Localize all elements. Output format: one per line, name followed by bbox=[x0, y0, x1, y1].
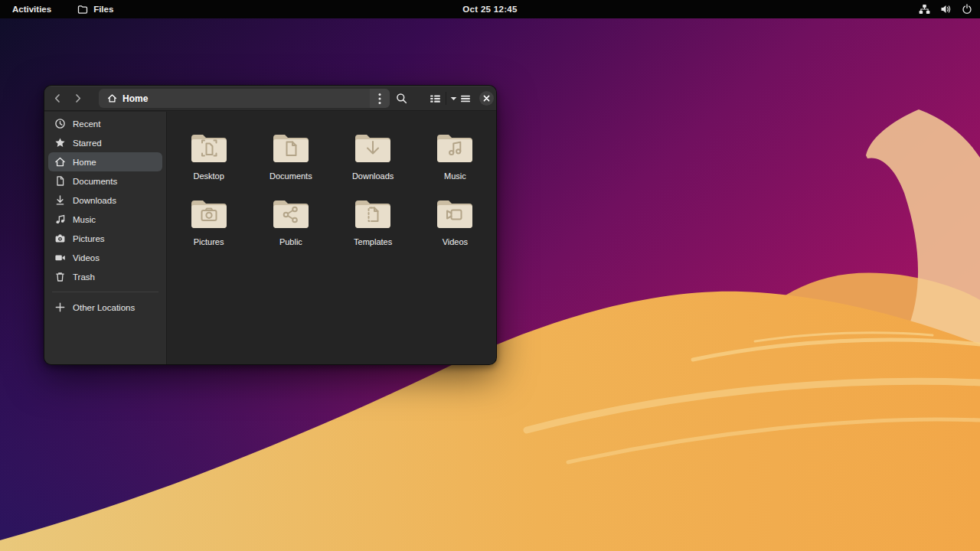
music-icon bbox=[54, 214, 66, 225]
folder-icon bbox=[273, 198, 309, 229]
folder-icon bbox=[436, 198, 473, 229]
power-icon bbox=[962, 4, 972, 15]
folder-item-pictures[interactable]: Pictures bbox=[171, 198, 247, 246]
chevron-right-icon bbox=[72, 93, 83, 104]
files-window: Home bbox=[44, 85, 497, 365]
forward-button[interactable] bbox=[67, 89, 87, 108]
sidebar-item-pictures[interactable]: Pictures bbox=[48, 229, 162, 248]
sidebar: Recent Starred Home Docum bbox=[44, 112, 167, 364]
clock[interactable]: Oct 25 12:45 bbox=[462, 5, 517, 14]
folder-item-documents[interactable]: Documents bbox=[253, 132, 329, 181]
folder-icon bbox=[191, 132, 227, 163]
folder-item-public[interactable]: Public bbox=[253, 198, 329, 246]
vertical-dots-icon bbox=[378, 93, 381, 105]
sidebar-item-label: Recent bbox=[73, 119, 100, 129]
network-icon bbox=[919, 4, 930, 15]
camera-icon bbox=[54, 233, 66, 244]
sidebar-item-label: Documents bbox=[73, 177, 117, 186]
sidebar-item-starred[interactable]: Starred bbox=[48, 133, 162, 152]
folder-name: Templates bbox=[354, 237, 392, 246]
back-button[interactable] bbox=[47, 89, 67, 108]
sidebar-item-label: Home bbox=[73, 158, 96, 167]
recent-icon bbox=[54, 118, 66, 129]
sidebar-item-trash[interactable]: Trash bbox=[48, 267, 162, 286]
folder-item-videos[interactable]: Videos bbox=[416, 198, 493, 246]
home-icon bbox=[54, 156, 66, 168]
hamburger-icon bbox=[460, 93, 471, 104]
sidebar-item-home[interactable]: Home bbox=[48, 152, 162, 171]
files-app-icon bbox=[77, 5, 88, 15]
sidebar-item-documents[interactable]: Documents bbox=[48, 171, 162, 191]
sidebar-item-label: Trash bbox=[73, 272, 95, 282]
trash-icon bbox=[54, 271, 66, 282]
sidebar-item-music[interactable]: Music bbox=[48, 210, 162, 229]
current-location-label: Home bbox=[122, 93, 148, 104]
sidebar-item-downloads[interactable]: Downloads bbox=[48, 191, 162, 210]
folder-name: Videos bbox=[443, 237, 468, 246]
starred-icon bbox=[54, 137, 66, 148]
folder-name: Music bbox=[444, 171, 466, 181]
close-icon bbox=[483, 95, 490, 102]
folder-item-music[interactable]: Music bbox=[416, 132, 493, 181]
folder-icon bbox=[191, 198, 227, 229]
folder-icon bbox=[273, 132, 309, 163]
folder-item-desktop[interactable]: Desktop bbox=[171, 132, 247, 181]
sidebar-item-label: Downloads bbox=[73, 196, 116, 205]
list-view-icon bbox=[430, 93, 441, 104]
app-indicator-label: Files bbox=[93, 5, 113, 14]
search-icon bbox=[396, 93, 407, 104]
folder-name: Pictures bbox=[194, 237, 224, 246]
folder-icon bbox=[436, 132, 473, 163]
sidebar-item-label: Other Locations bbox=[73, 303, 135, 312]
path-menu-button[interactable] bbox=[370, 89, 390, 108]
video-icon bbox=[54, 252, 66, 263]
focused-app-indicator[interactable]: Files bbox=[77, 5, 113, 15]
folder-name: Public bbox=[279, 237, 302, 246]
top-panel: Activities Files Oct 25 12:45 bbox=[0, 0, 980, 18]
document-icon bbox=[54, 175, 66, 187]
close-button[interactable] bbox=[479, 91, 494, 106]
sidebar-item-label: Music bbox=[73, 215, 96, 224]
plus-icon bbox=[54, 302, 66, 313]
chevron-left-icon bbox=[52, 93, 64, 104]
folder-name: Desktop bbox=[193, 171, 224, 181]
volume-icon bbox=[940, 4, 952, 15]
sidebar-item-videos[interactable]: Videos bbox=[48, 248, 162, 267]
main-menu-button[interactable] bbox=[456, 89, 475, 108]
folder-name: Documents bbox=[270, 171, 312, 181]
folder-name: Downloads bbox=[352, 171, 394, 181]
folder-item-downloads[interactable]: Downloads bbox=[335, 132, 411, 181]
search-button[interactable] bbox=[391, 89, 411, 108]
sidebar-item-label: Pictures bbox=[73, 234, 105, 243]
system-status-area[interactable] bbox=[919, 0, 972, 18]
sidebar-separator bbox=[52, 292, 158, 292]
sidebar-item-label: Videos bbox=[73, 253, 100, 262]
view-list-button[interactable] bbox=[425, 89, 446, 108]
sidebar-item-label: Starred bbox=[73, 139, 102, 148]
sidebar-item-other-locations[interactable]: Other Locations bbox=[48, 298, 162, 317]
activities-button[interactable]: Activities bbox=[8, 3, 56, 15]
sidebar-item-recent[interactable]: Recent bbox=[48, 114, 162, 133]
path-bar[interactable]: Home bbox=[99, 89, 390, 108]
folder-icon bbox=[354, 198, 391, 229]
headerbar: Home bbox=[44, 86, 496, 111]
folder-item-templates[interactable]: Templates bbox=[335, 198, 411, 246]
download-icon bbox=[54, 194, 66, 206]
file-grid: Desktop Documents bbox=[168, 112, 496, 364]
desktop: Activities Files Oct 25 12:45 bbox=[0, 0, 980, 551]
folder-icon bbox=[354, 132, 391, 163]
home-icon bbox=[107, 93, 117, 103]
